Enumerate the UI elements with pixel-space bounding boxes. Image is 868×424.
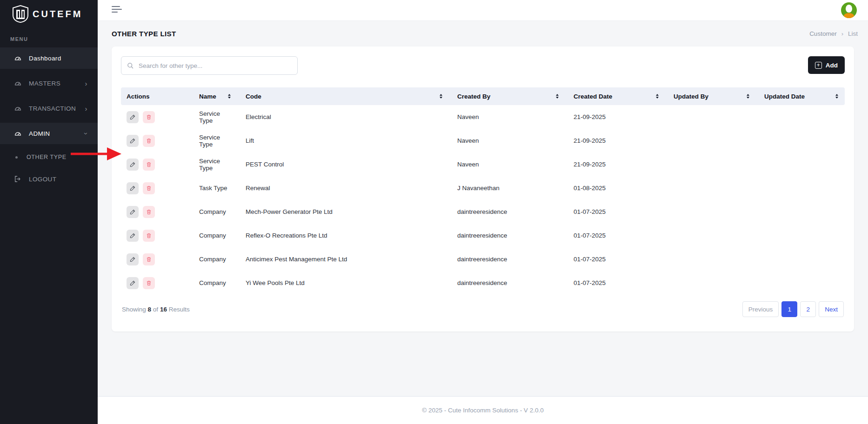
sidebar-item-other-type[interactable]: OTHER TYPE	[0, 148, 98, 166]
sort-icon[interactable]	[440, 94, 442, 99]
column-header-created-date[interactable]: Created Date	[565, 87, 665, 105]
updated-date-cell	[756, 271, 845, 295]
brand-logo[interactable]: CUTEFM	[0, 0, 98, 27]
actions-cell	[121, 247, 191, 271]
updated-by-cell	[665, 271, 756, 295]
edit-button[interactable]	[127, 135, 139, 147]
code-cell: PEST Control	[237, 152, 449, 176]
trash-icon	[146, 257, 152, 262]
sidebar-subitem-label: OTHER TYPE	[27, 154, 67, 160]
main-area: OTHER TYPE LIST Customer › List + Add	[98, 0, 868, 424]
sidebar-item-label: LOGOUT	[29, 176, 87, 183]
list-card: + Add Actions Name Code Created By Creat…	[112, 46, 854, 331]
next-page-button[interactable]: Next	[819, 301, 844, 317]
edit-button[interactable]	[127, 253, 139, 265]
avatar-head-shape	[846, 5, 852, 13]
created-by-cell: Naveen	[449, 152, 565, 176]
delete-button[interactable]	[143, 277, 155, 289]
gauge-icon	[14, 79, 22, 87]
pencil-icon	[130, 257, 135, 262]
breadcrumb-parent[interactable]: Customer	[809, 30, 837, 37]
chevron-down-icon: ›	[83, 132, 90, 134]
updated-by-cell	[665, 105, 756, 129]
sidebar-item-logout[interactable]: LOGOUT	[0, 169, 98, 189]
sidebar-item-masters[interactable]: MASTERS ›	[0, 73, 98, 94]
trash-icon	[146, 209, 152, 215]
bullet-icon	[15, 156, 18, 159]
edit-button[interactable]	[127, 182, 139, 194]
sort-icon[interactable]	[835, 94, 838, 99]
trash-icon	[146, 186, 152, 191]
sidebar-item-dashboard[interactable]: Dashboard	[0, 47, 98, 69]
delete-button[interactable]	[143, 111, 155, 123]
edit-button[interactable]	[127, 159, 139, 171]
created-by-cell: daintreeresidence	[449, 247, 565, 271]
gauge-icon	[14, 54, 22, 62]
actions-cell	[121, 200, 191, 224]
breadcrumb-separator-icon: ›	[841, 30, 843, 37]
sidebar-item-transaction[interactable]: TRANSACTION ›	[0, 98, 98, 119]
delete-button[interactable]	[143, 182, 155, 194]
breadcrumb-current: List	[848, 30, 858, 37]
delete-button[interactable]	[143, 253, 155, 265]
sort-icon[interactable]	[747, 94, 749, 99]
delete-button[interactable]	[143, 135, 155, 147]
copyright-text: © 2025 - Cute Infocomm Solutions - V 2.0…	[422, 407, 543, 414]
site-footer: © 2025 - Cute Infocomm Solutions - V 2.0…	[98, 396, 868, 424]
brand-name: CUTEFM	[33, 9, 82, 20]
shown-count: 8	[148, 306, 152, 313]
created-by-cell: daintreeresidence	[449, 224, 565, 247]
page-button-1[interactable]: 1	[781, 301, 797, 317]
search-box	[121, 56, 298, 75]
sidebar-item-admin[interactable]: ADMIN ›	[0, 123, 98, 144]
delete-button[interactable]	[143, 159, 155, 171]
trash-icon	[146, 162, 152, 167]
delete-button[interactable]	[143, 230, 155, 242]
created-date-cell: 21-09-2025	[565, 152, 665, 176]
sidebar-toggle-icon[interactable]	[112, 6, 122, 14]
pencil-icon	[130, 209, 135, 215]
updated-by-cell	[665, 200, 756, 224]
previous-page-button[interactable]: Previous	[742, 301, 779, 317]
pencil-icon	[130, 162, 135, 167]
building-logo-icon	[12, 5, 29, 23]
table-row: Task Type Renewal J Navaneethan 01-08-20…	[121, 176, 845, 200]
sort-icon[interactable]	[556, 94, 559, 99]
menu-section-label: MENU	[0, 27, 98, 47]
column-header-created-by[interactable]: Created By	[449, 87, 565, 105]
other-type-table: Actions Name Code Created By Created Dat…	[121, 87, 845, 295]
column-header-code[interactable]: Code	[237, 87, 449, 105]
sort-icon[interactable]	[228, 94, 231, 99]
edit-button[interactable]	[127, 206, 139, 218]
chevron-right-icon: ›	[85, 80, 87, 87]
created-by-cell: daintreeresidence	[449, 200, 565, 224]
pencil-icon	[130, 114, 135, 120]
page-button-2[interactable]: 2	[800, 301, 816, 317]
created-date-cell: 01-08-2025	[565, 176, 665, 200]
results-summary: Showing 8 of 16 Results	[122, 306, 190, 313]
column-header-actions: Actions	[121, 87, 191, 105]
search-input[interactable]	[139, 62, 292, 69]
edit-button[interactable]	[127, 111, 139, 123]
edit-button[interactable]	[127, 230, 139, 242]
column-header-updated-by[interactable]: Updated By	[665, 87, 756, 105]
table-row: Company Yi Wee Pools Pte Ltd daintreeres…	[121, 271, 845, 295]
delete-button[interactable]	[143, 206, 155, 218]
created-date-cell: 21-09-2025	[565, 129, 665, 152]
updated-by-cell	[665, 176, 756, 200]
column-header-name[interactable]: Name	[191, 87, 237, 105]
created-by-cell: Naveen	[449, 105, 565, 129]
table-row: Company Reflex-O Recreations Pte Ltd dai…	[121, 224, 845, 247]
column-header-updated-date[interactable]: Updated Date	[756, 87, 845, 105]
add-button[interactable]: + Add	[808, 56, 845, 74]
name-cell: Task Type	[191, 176, 237, 200]
updated-date-cell	[756, 129, 845, 152]
card-toolbar: + Add	[121, 56, 845, 75]
pagination: Previous 1 2 Next	[742, 301, 844, 317]
user-avatar[interactable]	[841, 2, 857, 18]
sort-icon[interactable]	[656, 94, 659, 99]
edit-button[interactable]	[127, 277, 139, 289]
created-by-cell: J Navaneethan	[449, 176, 565, 200]
code-cell: Yi Wee Pools Pte Ltd	[237, 271, 449, 295]
sidebar-item-label: Dashboard	[29, 55, 87, 62]
